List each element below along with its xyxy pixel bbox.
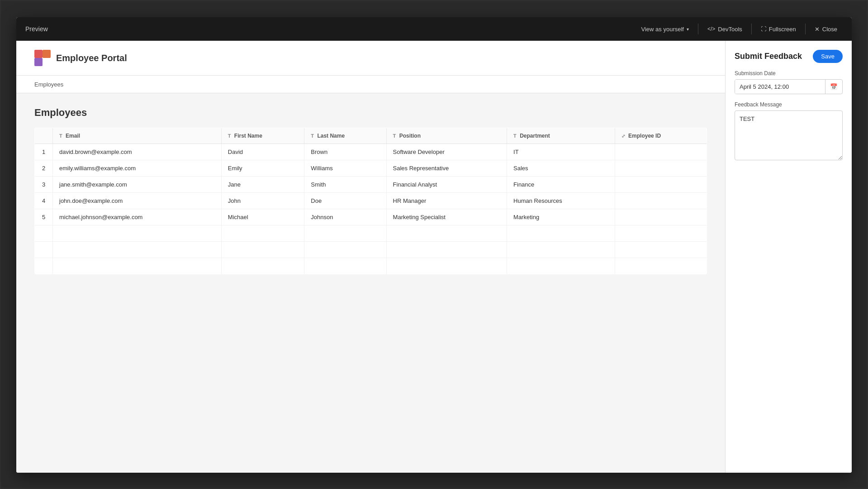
table-row: 5 michael.johnson@example.com Michael Jo… [35, 209, 707, 225]
cell-first-name: Emily [221, 160, 304, 177]
top-bar-actions: View as yourself ▾ </> DevTools ⛶ Fullsc… [636, 23, 843, 35]
table-header: T Email T First Name T Last Name [35, 128, 707, 144]
portal-nav: Employees [16, 76, 725, 93]
save-button[interactable]: Save [813, 50, 843, 63]
feedback-panel-title: Submit Feedback [735, 52, 802, 61]
table-row-empty [35, 242, 707, 258]
th-department: T Department [507, 128, 615, 144]
divider2 [751, 24, 752, 34]
text-type-icon-5: T [513, 133, 517, 139]
divider3 [805, 24, 806, 34]
cell-department: Sales [507, 160, 615, 177]
row-number: 1 [35, 144, 53, 160]
feedback-message-field: Feedback Message TEST [735, 101, 843, 160]
cell-position: Marketing Specialist [386, 209, 507, 225]
th-email: T Email [53, 128, 222, 144]
portal-logo [34, 50, 51, 66]
section-title: Employees [34, 107, 707, 119]
table-row: 3 jane.smith@example.com Jane Smith Fina… [35, 177, 707, 193]
chevron-down-icon: ▾ [687, 27, 689, 32]
cell-employee-id [615, 144, 707, 160]
cell-first-name: John [221, 193, 304, 209]
feedback-message-textarea[interactable]: TEST [735, 110, 843, 160]
close-icon: ✕ [815, 26, 820, 33]
portal-content: Employees T Email T First Name [16, 93, 725, 288]
cell-last-name: Williams [304, 160, 386, 177]
top-bar: Preview View as yourself ▾ </> DevTools … [16, 17, 852, 41]
main-content: Employee Portal Employees Employees T Em… [16, 41, 852, 473]
calendar-icon-button[interactable]: 📅 [825, 80, 842, 94]
employees-table: T Email T First Name T Last Name [34, 128, 707, 274]
cell-department: Human Resources [507, 193, 615, 209]
cell-position: Software Developer [386, 144, 507, 160]
feedback-message-label: Feedback Message [735, 101, 843, 108]
cell-first-name: Michael [221, 209, 304, 225]
table-row-empty [35, 258, 707, 274]
table-body: 1 david.brown@example.com David Brown So… [35, 144, 707, 274]
view-as-label: View as yourself [641, 26, 684, 33]
cell-email: jane.smith@example.com [53, 177, 222, 193]
row-number: 2 [35, 160, 53, 177]
cell-employee-id [615, 193, 707, 209]
text-type-icon-4: T [393, 133, 396, 139]
link-type-icon: ⤢ [621, 134, 625, 139]
table-row: 1 david.brown@example.com David Brown So… [35, 144, 707, 160]
submission-date-input[interactable] [735, 80, 825, 94]
logo-square-2 [43, 50, 51, 58]
table-row: 4 john.doe@example.com John Doe HR Manag… [35, 193, 707, 209]
text-type-icon-2: T [228, 133, 231, 139]
devtools-button[interactable]: </> DevTools [702, 23, 748, 35]
cell-first-name: David [221, 144, 304, 160]
view-as-button[interactable]: View as yourself ▾ [636, 23, 694, 35]
cell-department: Marketing [507, 209, 615, 225]
logo-square-3 [34, 58, 43, 66]
cell-last-name: Smith [304, 177, 386, 193]
calendar-icon: 📅 [830, 83, 838, 90]
panel-header: Submit Feedback Save [735, 50, 843, 63]
submission-date-field: Submission Date 📅 [735, 70, 843, 94]
cell-email: david.brown@example.com [53, 144, 222, 160]
fullscreen-button[interactable]: ⛶ Fullscreen [755, 23, 802, 35]
cell-last-name: Johnson [304, 209, 386, 225]
close-label: Close [822, 26, 837, 33]
th-position: T Position [386, 128, 507, 144]
date-input-wrap: 📅 [735, 79, 843, 94]
portal-header: Employee Portal [16, 41, 725, 76]
cell-employee-id [615, 209, 707, 225]
text-type-icon-3: T [311, 133, 314, 139]
preview-label: Preview [25, 25, 48, 33]
fullscreen-label: Fullscreen [769, 26, 796, 33]
th-last-name: T Last Name [304, 128, 386, 144]
row-number: 4 [35, 193, 53, 209]
cell-department: Finance [507, 177, 615, 193]
code-icon: </> [707, 26, 715, 32]
fullscreen-icon: ⛶ [761, 26, 766, 32]
cell-first-name: Jane [221, 177, 304, 193]
cell-position: HR Manager [386, 193, 507, 209]
cell-department: IT [507, 144, 615, 160]
divider [698, 24, 698, 34]
portal-title: Employee Portal [56, 53, 127, 63]
cell-last-name: Doe [304, 193, 386, 209]
row-number: 5 [35, 209, 53, 225]
nav-employees[interactable]: Employees [34, 81, 63, 88]
header-row: T Email T First Name T Last Name [35, 128, 707, 144]
logo-square-1 [34, 50, 43, 58]
cell-employee-id [615, 177, 707, 193]
th-first-name: T First Name [221, 128, 304, 144]
cell-email: john.doe@example.com [53, 193, 222, 209]
table-row: 2 emily.williams@example.com Emily Willi… [35, 160, 707, 177]
th-employee-id: ⤢ Employee ID [615, 128, 707, 144]
right-panel: Submit Feedback Save Submission Date 📅 F… [725, 41, 852, 473]
text-type-icon: T [59, 133, 62, 139]
cell-employee-id [615, 160, 707, 177]
cell-last-name: Brown [304, 144, 386, 160]
th-row-num [35, 128, 53, 144]
submission-date-label: Submission Date [735, 70, 843, 77]
cell-position: Financial Analyst [386, 177, 507, 193]
devtools-label: DevTools [718, 26, 742, 33]
cell-email: emily.williams@example.com [53, 160, 222, 177]
table-row-empty [35, 225, 707, 242]
cell-position: Sales Representative [386, 160, 507, 177]
close-button[interactable]: ✕ Close [809, 23, 843, 35]
